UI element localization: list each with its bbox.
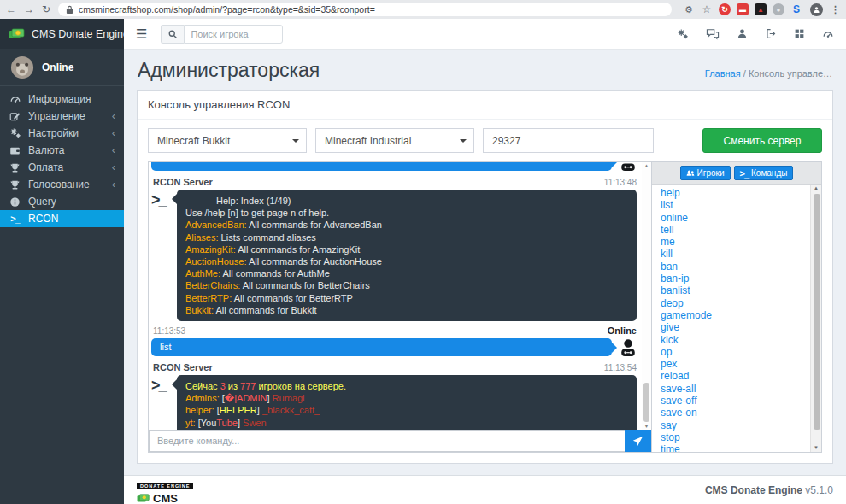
command-link[interactable]: reload: [661, 370, 810, 382]
command-link[interactable]: say: [661, 419, 810, 431]
info-icon: [9, 196, 21, 208]
commands-tab-button[interactable]: >_Команды: [734, 166, 794, 180]
console-line: AdvancedBan: All commands for AdvancedBa…: [185, 219, 628, 231]
search-input[interactable]: [184, 25, 283, 44]
bookmark-star-icon[interactable]: ☆: [701, 3, 713, 15]
extensions-icon[interactable]: ⚙: [683, 3, 695, 15]
address-bar[interactable]: cmsminecraftshop.com/shop/admin/?page=rc…: [58, 3, 672, 16]
sidebar-item-voting[interactable]: Голосование‹: [0, 176, 124, 193]
command-link[interactable]: ban-ip: [661, 273, 810, 284]
message-time: 11:13:53: [153, 326, 185, 336]
console-line: Admins: [�|ADMIN] Rumagi: [185, 392, 628, 404]
money-icon: [9, 28, 26, 40]
user-icon[interactable]: [737, 28, 748, 39]
ext-s-icon[interactable]: S: [790, 3, 802, 15]
command-link[interactable]: list: [661, 199, 810, 211]
command-link[interactable]: op: [661, 346, 810, 358]
server-message-row: >_Сейчас 3 из 777 игроков на сервере.Adm…: [151, 375, 638, 430]
rcon-port-input[interactable]: [483, 128, 654, 153]
sidebar-item-settings[interactable]: Настройки‹: [0, 125, 124, 142]
app-logo[interactable]: CMS Donate Engine: [0, 19, 124, 49]
sidebar-item-currency[interactable]: Валюта‹: [0, 142, 124, 159]
command-link[interactable]: gamemode: [661, 309, 810, 321]
command-link[interactable]: online: [661, 212, 810, 224]
scroll-up-icon[interactable]: ▲: [814, 185, 819, 192]
command-link[interactable]: save-on: [661, 407, 810, 419]
user-avatar: [10, 56, 34, 79]
gauge-icon[interactable]: [822, 28, 834, 40]
command-link[interactable]: give: [661, 321, 810, 333]
search-icon[interactable]: [161, 25, 184, 44]
change-server-button[interactable]: Сменить сервер: [702, 128, 822, 153]
signout-icon[interactable]: [765, 28, 777, 39]
wallet-icon: [9, 145, 21, 156]
panel-title: Консоль управления RCON: [138, 91, 832, 120]
hamburger-icon[interactable]: ☰: [136, 26, 147, 42]
rcon-panel: Консоль управления RCON Minecraft Bukkit…: [137, 90, 833, 464]
browser-menu-icon[interactable]: ⋮: [831, 4, 840, 15]
commands-list-body: helplistonlinetellmekillbanban-ipbanlist…: [652, 185, 821, 452]
extension-toolbar: ⚙☆↻▬▲●S: [683, 3, 802, 15]
console-scrollbar[interactable]: ▲ ▼: [642, 162, 651, 430]
console-line: yt: [YouTube] Swen: [185, 417, 628, 429]
command-link[interactable]: pex: [661, 358, 810, 370]
server-type-value: Minecraft Bukkit: [157, 135, 230, 147]
browser-profile-avatar[interactable]: [810, 3, 823, 16]
breadcrumb-current: Консоль управле…: [749, 68, 832, 79]
footer-brand: CMS Donate Engine: [705, 484, 802, 496]
scroll-down-icon[interactable]: ▼: [814, 444, 819, 452]
chevron-left-icon: ‹: [112, 112, 115, 120]
ext-globe-icon[interactable]: ●: [773, 3, 784, 15]
server-type-select[interactable]: Minecraft Bukkit: [148, 128, 307, 153]
command-link[interactable]: save-off: [661, 395, 810, 407]
browser-chrome: ← → ↻ cmsminecraftshop.com/shop/admin/?p…: [0, 0, 846, 19]
send-command-button[interactable]: [625, 430, 651, 452]
footer-logo-top: DONATE ENGINE: [137, 483, 193, 489]
sidebar: CMS Donate Engine Online ИнформацияУправ…: [0, 19, 124, 504]
main-area: ☰ Администраторская Главная / Консоль уп…: [124, 19, 846, 504]
command-link[interactable]: stop: [661, 431, 810, 443]
console-line: AuthMe: All commands for AuthMe: [185, 267, 628, 279]
breadcrumb-home-link[interactable]: Главная: [705, 68, 741, 79]
sender-label: RCON Server: [153, 362, 213, 372]
sidebar-item-manage[interactable]: Управление‹: [0, 108, 124, 125]
sender-label: RCON Server: [153, 177, 213, 187]
chevron-left-icon: ‹: [112, 180, 115, 189]
reload-icon[interactable]: ↻: [42, 4, 50, 15]
sidebar-item-rcon[interactable]: >_RCON: [0, 210, 124, 227]
footer-version-number: v5.1.0: [805, 484, 833, 496]
message-meta: RCON Server11:13:54: [153, 362, 637, 372]
sidebar-item-payment[interactable]: Оплата‹: [0, 159, 124, 176]
command-link[interactable]: ban: [661, 261, 810, 273]
command-link[interactable]: kick: [661, 334, 810, 346]
forward-icon[interactable]: →: [24, 4, 34, 15]
command-link[interactable]: tell: [661, 224, 810, 236]
scroll-thumb[interactable]: [643, 383, 649, 422]
command-link[interactable]: banlist: [661, 284, 810, 296]
ext-red-circle-icon[interactable]: ↻: [719, 3, 731, 15]
ext-dark-icon[interactable]: ▲: [755, 3, 767, 15]
ext-red-box-icon[interactable]: ▬: [737, 3, 749, 15]
scroll-thumb[interactable]: [814, 194, 820, 430]
scroll-up-icon[interactable]: ▲: [644, 162, 649, 169]
server-name-select[interactable]: Minecraft Industrial: [315, 128, 474, 153]
console-line: Use /help [n] to get page n of help.: [185, 207, 628, 219]
command-link[interactable]: help: [661, 187, 810, 199]
command-link[interactable]: save-all: [661, 383, 810, 395]
players-tab-button[interactable]: Игроки: [680, 166, 731, 180]
commands-scrollbar[interactable]: ▲ ▼: [810, 185, 821, 452]
chat-icon[interactable]: [706, 28, 720, 40]
online-status: Online: [608, 325, 637, 336]
grid-icon[interactable]: [794, 28, 805, 39]
command-link[interactable]: time: [661, 443, 810, 452]
command-link[interactable]: kill: [661, 248, 810, 260]
sidebar-item-query[interactable]: Query: [0, 193, 124, 210]
sidebar-item-info[interactable]: Информация: [0, 91, 124, 108]
console-chat-column: RCON Server11:13:48>_--------- Help: Ind…: [149, 162, 651, 452]
gears-icon[interactable]: [677, 28, 689, 40]
command-link[interactable]: deop: [661, 297, 810, 309]
back-icon[interactable]: ←: [6, 4, 16, 15]
command-input[interactable]: [149, 430, 625, 452]
scroll-down-icon[interactable]: ▼: [644, 423, 649, 430]
command-link[interactable]: me: [661, 236, 810, 248]
